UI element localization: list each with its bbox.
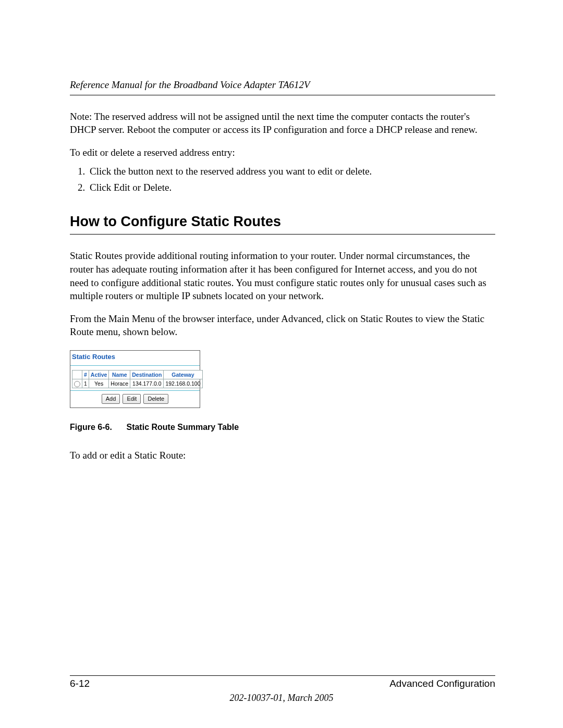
col-select (72, 370, 82, 379)
col-gateway: Gateway (164, 370, 202, 379)
footer-line: 6-12 Advanced Configuration (70, 677, 495, 690)
page-number: 6-12 (70, 677, 90, 690)
delete-button[interactable]: Delete (143, 394, 168, 404)
document-page: Reference Manual for the Broadband Voice… (0, 0, 563, 728)
add-button[interactable]: Add (102, 394, 120, 404)
running-header: Reference Manual for the Broadband Voice… (70, 78, 495, 95)
cell-name: Horace (109, 379, 130, 388)
step-item: Click the button next to the reserved ad… (88, 165, 495, 178)
col-active: Active (89, 370, 109, 379)
table-row: 1 Yes Horace 134.177.0.0 192.168.0.100 (72, 379, 203, 388)
cell-active: Yes (89, 379, 109, 388)
panel-title: Static Routes (70, 351, 200, 365)
cell-gateway: 192.168.0.100 (164, 379, 202, 388)
static-routes-table: # Active Name Destination Gateway 1 Yes … (72, 370, 203, 388)
footer-rule (70, 675, 495, 676)
cell-destination: 134.177.0.0 (130, 379, 164, 388)
edit-button[interactable]: Edit (123, 394, 141, 404)
cell-num: 1 (82, 379, 89, 388)
section-paragraph: Static Routes provide additional routing… (70, 249, 495, 303)
section-paragraph: From the Main Menu of the browser interf… (70, 312, 495, 339)
figure-label: Figure 6-6. (70, 422, 124, 433)
col-num: # (82, 370, 89, 379)
after-figure-paragraph: To add or edit a Static Route: (70, 449, 495, 462)
edit-delete-steps: Click the button next to the reserved ad… (70, 165, 495, 194)
figure-title: Static Route Summary Table (126, 423, 239, 431)
section-heading: How to Configure Static Routes (70, 212, 495, 235)
static-routes-panel: Static Routes # Active Name Destination … (70, 350, 200, 408)
step-item: Click Edit or Delete. (88, 181, 495, 194)
chapter-title: Advanced Configuration (389, 677, 495, 690)
col-destination: Destination (130, 370, 164, 379)
note-paragraph: Note: The reserved address will not be a… (70, 110, 495, 137)
table-header-row: # Active Name Destination Gateway (72, 370, 203, 379)
radio-icon[interactable] (74, 381, 80, 387)
edit-delete-lead: To edit or delete a reserved address ent… (70, 146, 495, 159)
panel-button-row: Add Edit Delete (70, 391, 200, 408)
figure-caption: Figure 6-6. Static Route Summary Table (70, 422, 495, 433)
doc-id: 202-10037-01, March 2005 (0, 692, 563, 704)
row-select-cell[interactable] (72, 379, 82, 388)
panel-table-wrap: # Active Name Destination Gateway 1 Yes … (70, 366, 200, 390)
col-name: Name (109, 370, 130, 379)
